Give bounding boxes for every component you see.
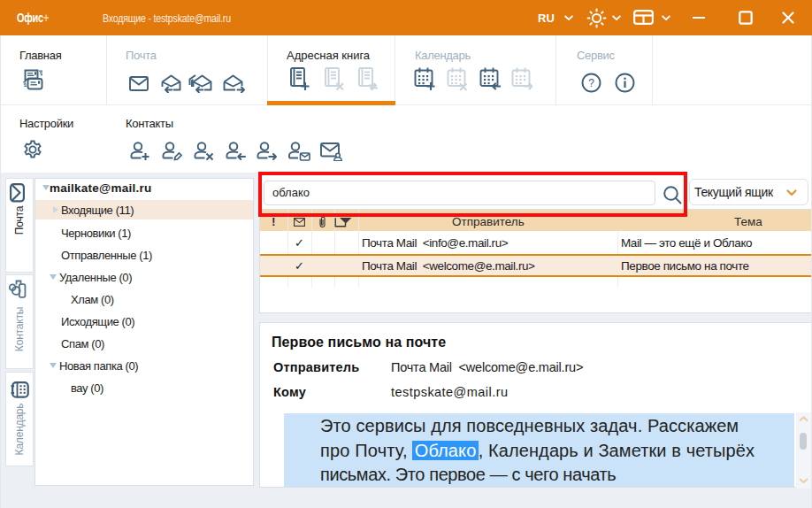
svg-text:?: ? xyxy=(588,77,594,89)
